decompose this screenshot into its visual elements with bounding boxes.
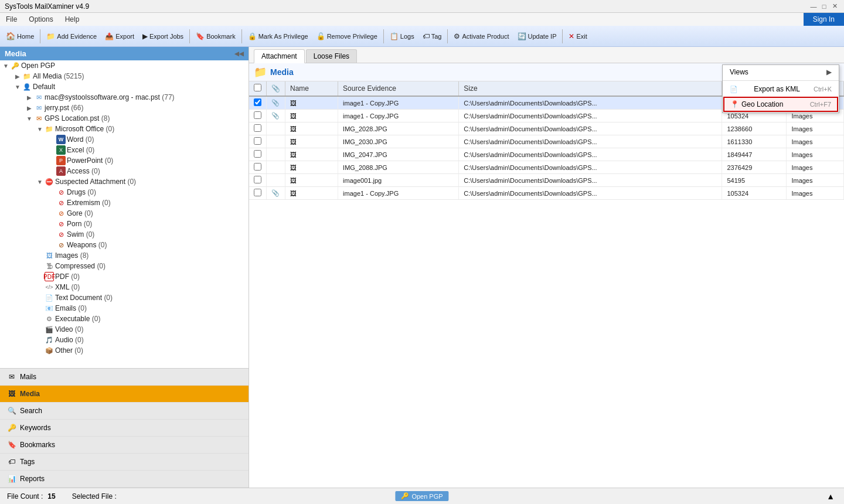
row-checkbox[interactable]	[254, 98, 261, 106]
tree-item-default[interactable]: ▼ 👤 Default	[0, 81, 249, 92]
tree-item-mac-pst[interactable]: ▶ ✉ mac@systoolssoftware.org - mac.pst (…	[0, 92, 249, 103]
tree-toggle[interactable]: ▶	[26, 105, 33, 111]
img-file-icon8: 🖼	[290, 190, 297, 197]
home-button[interactable]: 🏠 Home	[2, 30, 38, 42]
row-name[interactable]: IMG_2047.JPG	[338, 148, 459, 161]
export-jobs-button[interactable]: ▶ Export Jobs	[139, 30, 187, 42]
tree-item-pdf[interactable]: PDF PDF (0)	[0, 271, 249, 282]
remove-privilege-button[interactable]: 🔓 Remove Privilege	[313, 30, 381, 42]
tab-loose-files[interactable]: Loose Files	[306, 49, 357, 63]
table-row[interactable]: 🖼 image001.jpg C:\Users\admin\Documents\…	[249, 174, 844, 187]
tree-item-other[interactable]: 📦 Other (0)	[0, 345, 249, 356]
expand-icon[interactable]: ▲	[826, 492, 835, 501]
sidebar-collapse-arrow[interactable]: ◀◀	[234, 50, 244, 57]
tree-item-jerry-pst[interactable]: ▶ ✉ jerry.pst (66)	[0, 103, 249, 113]
tree-toggle-suspected[interactable]: ▼	[36, 179, 43, 185]
tree-item-emails[interactable]: 📧 Emails (0)	[0, 303, 249, 314]
row-checkbox[interactable]	[254, 111, 261, 119]
table-row[interactable]: 🖼 IMG_2030.JPG C:\Users\admin\Documents\…	[249, 135, 844, 148]
tree-item-access[interactable]: A Access (0)	[0, 166, 249, 176]
export-kml-icon: 📄	[730, 86, 738, 93]
nav-search[interactable]: 🔍 Search	[0, 403, 249, 420]
tree-item-porn[interactable]: ⊘ Porn (0)	[0, 219, 249, 229]
row-attachment-cell: 📎	[267, 110, 285, 122]
row-checkbox[interactable]	[254, 150, 261, 158]
tree-toggle[interactable]: ▶	[26, 94, 33, 101]
nav-keywords[interactable]: 🔑 Keywords	[0, 420, 249, 437]
tree-item-word[interactable]: W Word (0)	[0, 134, 249, 145]
row-name[interactable]: image1 - Copy.JPG	[338, 187, 459, 200]
row-checkbox[interactable]	[254, 163, 261, 171]
table-row[interactable]: 🖼 IMG_2047.JPG C:\Users\admin\Documents\…	[249, 148, 844, 161]
tree-item-powerpoint[interactable]: P PowerPoint (0)	[0, 155, 249, 166]
activate-button[interactable]: ⚙ Activate Product	[450, 30, 512, 42]
table-row[interactable]: 🖼 IMG_2028.JPG C:\Users\admin\Documents\…	[249, 122, 844, 135]
tree-item-all-media[interactable]: ▶ 📁 All Media (5215)	[0, 71, 249, 81]
row-name[interactable]: image1 - Copy.JPG	[338, 96, 459, 110]
nav-mails[interactable]: ✉ Mails	[0, 369, 249, 386]
tree-item-text-doc[interactable]: 📄 Text Document (0)	[0, 292, 249, 303]
report-nav-icon: 📊	[7, 474, 16, 483]
bookmark-button[interactable]: 🔖 Bookmark	[192, 30, 239, 42]
tree-item-compressed[interactable]: 🗜 Compressed (0)	[0, 261, 249, 271]
tree-toggle-gps[interactable]: ▼	[26, 115, 33, 122]
menu-item-views[interactable]: Views ▶	[723, 65, 839, 79]
tree-item-xml[interactable]: </> XML (0)	[0, 282, 249, 292]
maximize-button[interactable]: □	[819, 2, 829, 11]
tag-button[interactable]: 🏷 Tag	[419, 30, 445, 42]
row-size: 1238660	[722, 122, 787, 135]
export-button[interactable]: 📤 Export	[101, 30, 138, 42]
row-name[interactable]: IMG_2028.JPG	[338, 122, 459, 135]
tree-item-swim[interactable]: ⊘ Swim (0)	[0, 229, 249, 240]
tree-item-drugs[interactable]: ⊘ Drugs (0)	[0, 187, 249, 197]
tree-item-audio[interactable]: 🎵 Audio (0)	[0, 335, 249, 345]
menu-item-geo-location[interactable]: 📍 Geo Location Ctrl+F7	[723, 97, 838, 112]
nav-tags[interactable]: 🏷 Tags	[0, 454, 249, 471]
mark-privilege-button[interactable]: 🔒 Mark As Privilege	[244, 30, 312, 42]
signin-button[interactable]: Sign In	[804, 13, 844, 26]
exit-button[interactable]: ✕ Exit	[565, 30, 590, 42]
minimize-button[interactable]: —	[809, 2, 818, 11]
tree-item-video[interactable]: 🎬 Video (0)	[0, 324, 249, 335]
nav-reports[interactable]: 📊 Reports	[0, 471, 249, 488]
row-checkbox[interactable]	[254, 189, 261, 196]
row-name[interactable]: IMG_2088.JPG	[338, 161, 459, 174]
menu-file[interactable]: File	[2, 14, 21, 25]
table-row[interactable]: 📎 🖼 image1 - Copy.JPG C:\Users\admin\Doc…	[249, 187, 844, 200]
tree-item-images[interactable]: 🖼 Images (8)	[0, 250, 249, 261]
select-all-checkbox[interactable]	[254, 84, 261, 91]
tree-toggle[interactable]: ▼	[14, 84, 21, 90]
separator2	[189, 29, 190, 43]
tree-item-gps-pst[interactable]: ▼ ✉ GPS Location.pst (8)	[0, 113, 249, 124]
row-checkbox[interactable]	[254, 137, 261, 145]
tree-item-weapons[interactable]: ⊘ Weapons (0)	[0, 240, 249, 250]
tree-toggle[interactable]: ▼	[2, 63, 9, 69]
row-checkbox[interactable]	[254, 176, 261, 183]
menu-options[interactable]: Options	[25, 14, 56, 25]
update-ip-button[interactable]: 🔄 Update IP	[514, 30, 560, 42]
tree-item-ms-office[interactable]: ▼ 📁 Microsoft Office (0)	[0, 124, 249, 134]
table-row[interactable]: 🖼 IMG_2088.JPG C:\Users\admin\Documents\…	[249, 161, 844, 174]
row-name[interactable]: IMG_2030.JPG	[338, 135, 459, 148]
tab-attachment[interactable]: Attachment	[254, 49, 305, 63]
tree-item-gore[interactable]: ⊘ Gore (0)	[0, 208, 249, 219]
nav-bookmarks[interactable]: 🔖 Bookmarks	[0, 437, 249, 454]
openpgp-button[interactable]: 🔑 Open PGP	[395, 491, 448, 501]
close-button[interactable]: ✕	[830, 2, 839, 11]
tree-item-executable[interactable]: ⚙ Executable (0)	[0, 314, 249, 324]
menu-item-export-kml[interactable]: 📄 Export as KML Ctrl+K	[723, 82, 839, 96]
nav-media[interactable]: 🖼 Media	[0, 386, 249, 403]
row-name[interactable]: image001.jpg	[338, 174, 459, 187]
row-checkbox[interactable]	[254, 124, 261, 132]
logs-button[interactable]: 📋 Logs	[386, 30, 418, 42]
row-icon-cell: 🖼	[285, 135, 338, 148]
tree-toggle-office[interactable]: ▼	[36, 126, 43, 132]
tree-item-extremism[interactable]: ⊘ Extremism (0)	[0, 197, 249, 208]
tree-item-excel[interactable]: X Excel (0)	[0, 145, 249, 155]
add-evidence-button[interactable]: 📁 Add Evidence	[43, 30, 100, 42]
tree-item-suspected[interactable]: ▼ ⛔ Suspected Attachment (0)	[0, 176, 249, 187]
menu-help[interactable]: Help	[62, 14, 83, 25]
row-name[interactable]: image1 - Copy.JPG	[338, 110, 459, 122]
tree-toggle[interactable]: ▶	[14, 73, 21, 80]
tree-item-open-pgp[interactable]: ▼ 🔑 Open PGP	[0, 60, 249, 71]
